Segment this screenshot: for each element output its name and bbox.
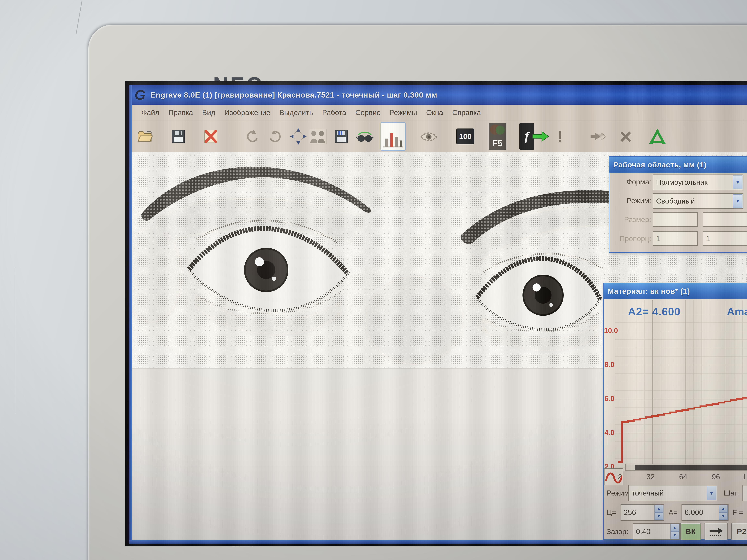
amplitude-stepper[interactable]: 6.000 ▲▼ [681,504,728,521]
size-input-height[interactable] [702,212,747,227]
amplitude-value: 6.000 [682,505,719,520]
shape-select[interactable]: Прямоугольник ▼ [653,175,743,190]
menu-help[interactable]: Справка [447,108,485,117]
gap-value: 0.40 [633,524,670,539]
x-tick-label: 32 [646,472,654,481]
undo-icon[interactable] [243,125,261,148]
step-input[interactable] [743,485,747,501]
save-indexed-icon[interactable] [332,125,350,148]
material-curve-chart[interactable]: A2= 4.600 Amax 10.08.06.04.02.0 [604,299,747,471]
chart-scrollbar[interactable] [625,464,747,471]
forward-arrows-icon[interactable] [590,125,608,148]
save-icon[interactable] [170,125,187,148]
zoom-100-label: 100 [459,132,471,141]
menu-view[interactable]: Вид [198,108,220,117]
vk-button[interactable]: ВК [680,523,701,540]
window-border [129,540,747,544]
center-image-icon[interactable] [289,125,307,148]
chevron-down-icon[interactable]: ▼ [733,176,743,189]
glasses-icon[interactable] [356,125,374,148]
arrow-right-icon [709,526,723,537]
vk-button-label: ВК [686,527,696,536]
apply-arrow-button[interactable] [704,523,727,540]
material-panel: Материал: вк нов* (1) A2= 4.600 Amax 10.… [603,283,747,540]
size-input-width[interactable] [653,212,698,227]
colors-value: 256 [621,505,654,520]
engrave-mode-value: точечный [629,489,706,497]
gap-stepper[interactable]: 0.40 ▲▼ [633,523,680,540]
menu-work[interactable]: Работа [317,108,351,117]
menu-modes[interactable]: Режимы [385,108,422,117]
monitor-screen: G Engrave 8.0E (1) [гравирование] Красно… [125,81,747,546]
shape-value: Прямоугольник [653,178,732,187]
shape-label: Форма: [616,178,651,186]
proportion-input-1[interactable]: 1 [653,231,698,246]
p2-button[interactable]: P2 [731,523,747,540]
run-arrow-icon[interactable] [532,125,549,148]
y-tick-label: 8.0 [604,361,614,369]
spin-up-icon[interactable]: ▲ [670,524,679,532]
photo-of-monitor: NEC G Engrave 8.0E (1) [гравирование] Кр… [0,0,747,560]
spin-down-icon[interactable]: ▼ [654,512,663,520]
menu-image[interactable]: Изображение [220,108,275,117]
workspace-panel-titlebar[interactable]: Рабочая область, мм (1) [609,157,747,172]
x-tick-label: 96 [712,472,720,481]
x-tick-label: 2 [618,472,622,481]
recycle-icon[interactable] [648,125,666,148]
menu-file[interactable]: Файл [137,108,164,117]
proportion-value-1: 1 [656,235,660,243]
proportion-input-2[interactable]: 1 [702,231,747,246]
open-icon[interactable] [136,125,154,148]
colors-stepper[interactable]: 256 ▲▼ [621,504,664,521]
alert-exclamation-icon[interactable]: ! [551,125,569,148]
histogram-icon-pressed[interactable] [381,122,406,151]
mode-value: Свободный [653,197,732,205]
spin-up-icon[interactable]: ▲ [654,505,663,512]
menu-select[interactable]: Выделить [275,108,318,117]
chart-scrollbar-thumb[interactable] [635,465,747,470]
menu-service[interactable]: Сервис [351,108,385,117]
f5-label: F5 [489,138,506,148]
spin-down-icon[interactable]: ▼ [670,532,679,539]
step-label: Шаг: [724,489,739,497]
menu-edit[interactable]: Правка [164,108,198,117]
amplitude-label: A= [669,508,678,517]
y-tick-label: 10.0 [604,326,614,335]
app-icon: G [134,88,146,102]
workspace-panel: Рабочая область, мм (1) Форма: Прямоугол… [609,156,747,253]
chevron-down-icon[interactable]: ▼ [707,486,716,500]
y-tick-label: 4.0 [604,429,614,437]
wall-seam [15,267,16,413]
window-border [129,85,132,544]
chevron-down-icon[interactable]: ▼ [733,194,743,208]
proportion-label: Пропорц: [616,235,651,243]
spin-up-icon[interactable]: ▲ [719,505,728,512]
preview-eye-icon[interactable] [420,125,438,148]
wall-seam [76,0,83,35]
menu-windows[interactable]: Окна [422,108,448,117]
x-axis-labels: 2326496128 [615,472,747,483]
chart-annotation: Amax [727,305,747,318]
refresh-f5-icon[interactable]: F5 [489,123,507,150]
material-panel-titlebar[interactable]: Материал: вк нов* (1) [604,284,747,299]
redo-icon[interactable] [267,125,284,148]
x-tick-label: 64 [679,472,687,481]
size-label: Размер: [616,215,651,224]
delete-icon[interactable] [202,125,220,148]
clone-image-icon[interactable] [309,125,327,148]
window-title: Engrave 8.0E (1) [гравирование] Краснова… [150,90,437,99]
proportion-value-2: 1 [706,235,710,243]
p2-button-label: P2 [737,527,746,536]
gap-label: Зазор: [607,528,628,536]
close-x-icon[interactable]: × [617,125,635,148]
mode-select[interactable]: Свободный ▼ [653,193,743,209]
y-tick-label: 6.0 [604,395,614,403]
spin-down-icon[interactable]: ▼ [719,512,728,520]
title-bar[interactable]: G Engrave 8.0E (1) [гравирование] Красно… [132,85,747,105]
menu-bar: Файл Правка Вид Изображение Выделить Раб… [132,105,747,121]
toolbar: 100 F5 ƒ ! × [132,121,747,152]
zoom-100-icon[interactable]: 100 [456,125,474,148]
frequency-label: F = [732,508,743,517]
x-tick-label: 128 [742,472,747,481]
engrave-mode-select[interactable]: точечный ▼ [628,485,717,501]
